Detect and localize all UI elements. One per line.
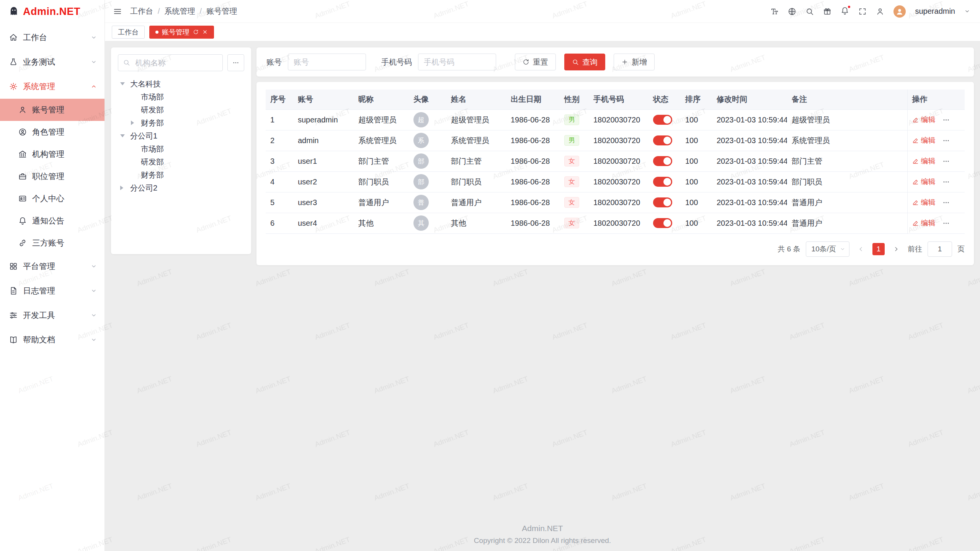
col-sort: 排序	[681, 90, 712, 109]
cell-remark: 普通用户	[787, 213, 907, 233]
table-row[interactable]: 1 superadmin 超级管理员 超 超级管理员 1986-06-28 男 …	[266, 109, 965, 130]
user-icon	[18, 106, 27, 114]
app-logo[interactable]: Admin.NET	[0, 0, 105, 23]
row-more-button[interactable]	[942, 220, 950, 227]
edit-button[interactable]: 编辑	[912, 156, 936, 166]
sidebar-item-org-mgmt[interactable]: 机构管理	[0, 143, 105, 165]
cell-birthday: 1986-06-28	[506, 151, 560, 171]
edit-button[interactable]: 编辑	[912, 218, 936, 228]
table-row[interactable]: 6 user4 其他 其 其他 1986-06-28 女 18020030720…	[266, 213, 965, 233]
sidebar-item-role-mgmt[interactable]: 角色管理	[0, 121, 105, 143]
tree-node[interactable]: 市场部	[118, 90, 244, 103]
chevron-down-icon[interactable]	[964, 8, 970, 14]
sidebar-item-personal-center[interactable]: 个人中心	[0, 187, 105, 210]
chevron-up-icon	[91, 83, 97, 90]
sidebar-item-position-mgmt[interactable]: 职位管理	[0, 165, 105, 187]
row-more-button[interactable]	[942, 178, 950, 186]
page-number-1[interactable]: 1	[872, 243, 885, 255]
more-dots-icon	[942, 178, 950, 186]
tree-node[interactable]: 分公司1	[118, 129, 244, 142]
font-size-icon[interactable]	[770, 7, 779, 16]
account-input[interactable]	[288, 54, 366, 70]
phone-input[interactable]	[418, 54, 496, 70]
status-toggle[interactable]	[653, 218, 672, 228]
sidebar-item-account-mgmt[interactable]: 账号管理	[0, 99, 105, 121]
tree-node[interactable]: 分公司2	[118, 181, 244, 194]
add-button[interactable]: 新增	[614, 54, 655, 70]
edit-button[interactable]: 编辑	[912, 115, 936, 125]
status-toggle[interactable]	[653, 115, 672, 125]
breadcrumb-item-account-mgmt[interactable]: 账号管理	[206, 6, 237, 16]
search-button[interactable]: 查询	[564, 54, 605, 70]
sidebar-item-platform-mgmt[interactable]: 平台管理	[0, 254, 105, 279]
cell-remark: 部门职员	[787, 171, 907, 192]
goto-page-input[interactable]	[928, 241, 952, 257]
edit-button[interactable]: 编辑	[912, 135, 936, 145]
status-toggle[interactable]	[653, 177, 672, 187]
gender-tag: 女	[564, 218, 579, 228]
tree-node[interactable]: 大名科技	[118, 77, 244, 90]
sidebar-item-dev-tools[interactable]: 开发工具	[0, 303, 105, 328]
fullscreen-icon[interactable]	[858, 7, 867, 16]
reset-button[interactable]: 重置	[515, 54, 556, 70]
table-row[interactable]: 5 user3 普通用户 普 普通用户 1986-06-28 女 1802003…	[266, 192, 965, 213]
prev-page-button[interactable]	[855, 243, 867, 255]
organization-icon	[18, 150, 27, 158]
cell-name: 部门主管	[446, 151, 506, 171]
status-toggle[interactable]	[653, 156, 672, 166]
status-toggle[interactable]	[653, 197, 672, 207]
col-status: 状态	[648, 90, 681, 109]
edit-icon	[912, 137, 919, 144]
status-toggle[interactable]	[653, 135, 672, 145]
caret-right-icon[interactable]	[131, 121, 134, 125]
avatar[interactable]	[893, 5, 906, 18]
menu-collapse-icon[interactable]	[113, 7, 122, 16]
sidebar-item-help-docs[interactable]: 帮助文档	[0, 328, 105, 352]
more-dots-icon	[942, 116, 950, 124]
breadcrumb-item-system-mgmt[interactable]: 系统管理	[165, 6, 195, 16]
breadcrumb-item-workbench[interactable]: 工作台	[130, 6, 153, 16]
close-icon[interactable]	[202, 29, 208, 35]
row-more-button[interactable]	[942, 158, 950, 165]
settings-gear-icon	[9, 82, 18, 91]
cell-sort: 100	[681, 130, 712, 151]
caret-right-icon[interactable]	[120, 186, 123, 190]
row-more-button[interactable]	[942, 199, 950, 206]
sidebar-item-workbench[interactable]: 工作台	[0, 25, 105, 50]
tree-node[interactable]: 研发部	[118, 155, 244, 168]
tree-node[interactable]: 财务部	[118, 168, 244, 181]
user-center-icon[interactable]	[876, 7, 884, 16]
row-more-button[interactable]	[942, 137, 950, 144]
sidebar-item-log-mgmt[interactable]: 日志管理	[0, 279, 105, 303]
language-globe-icon[interactable]	[788, 7, 796, 16]
tab-workbench[interactable]: 工作台	[112, 26, 145, 39]
org-tree: 大名科技 市场部 研发部 财务部 分公司1 市场部	[118, 77, 244, 194]
tab-account-mgmt[interactable]: 账号管理	[149, 26, 214, 39]
sidebar-item-third-party-account[interactable]: 三方账号	[0, 232, 105, 254]
tree-node[interactable]: 财务部	[118, 116, 244, 129]
col-phone: 手机号码	[589, 90, 648, 109]
layout-config-icon[interactable]	[823, 7, 831, 16]
sidebar-item-business-test[interactable]: 业务测试	[0, 50, 105, 74]
search-icon[interactable]	[805, 7, 814, 16]
sidebar-item-system-mgmt[interactable]: 系统管理	[0, 74, 105, 99]
caret-down-icon[interactable]	[120, 134, 125, 137]
sidebar-item-notice[interactable]: 通知公告	[0, 210, 105, 232]
table-row[interactable]: 4 user2 部门职员 部 部门职员 1986-06-28 女 1802003…	[266, 171, 965, 192]
col-remark: 备注	[787, 90, 907, 109]
page-size-select[interactable]: 10条/页	[806, 241, 849, 257]
notification-bell[interactable]	[841, 7, 849, 16]
org-more-button[interactable]	[227, 54, 244, 71]
org-search-input[interactable]	[118, 54, 223, 71]
next-page-button[interactable]	[890, 243, 902, 255]
refresh-icon[interactable]	[193, 29, 199, 35]
tree-node[interactable]: 研发部	[118, 103, 244, 116]
table-row[interactable]: 3 user1 部门主管 部 部门主管 1986-06-28 女 1802003…	[266, 151, 965, 171]
username[interactable]: superadmin	[915, 7, 955, 16]
row-more-button[interactable]	[942, 116, 950, 124]
table-row[interactable]: 2 admin 系统管理员 系 系统管理员 1986-06-28 男 18020…	[266, 130, 965, 151]
edit-button[interactable]: 编辑	[912, 197, 936, 207]
caret-down-icon[interactable]	[120, 82, 125, 85]
edit-button[interactable]: 编辑	[912, 177, 936, 187]
tree-node[interactable]: 市场部	[118, 142, 244, 155]
